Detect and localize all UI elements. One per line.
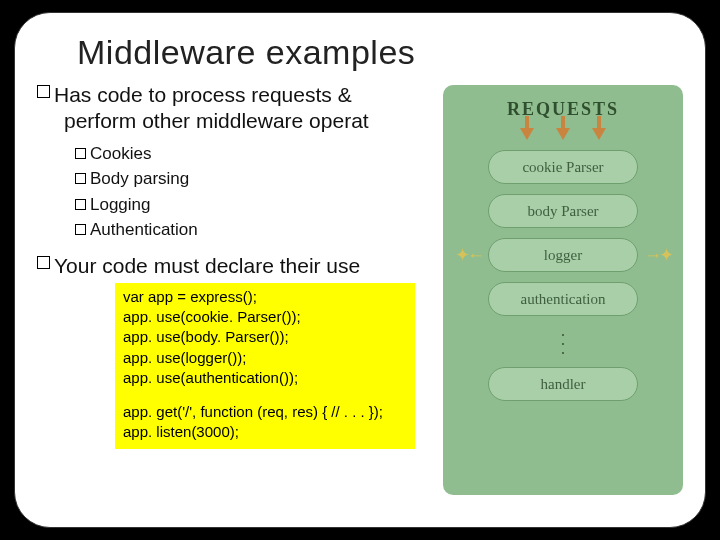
arrow-down-icon: [556, 128, 570, 140]
code-line: app. use(authentication());: [123, 368, 407, 388]
middleware-label: handler: [541, 376, 586, 393]
middleware-box: authentication: [488, 282, 638, 316]
middleware-box: handler: [488, 367, 638, 401]
vertical-dots-icon: ···: [560, 330, 565, 357]
sub-bullet-label: Authentication: [90, 217, 198, 243]
middleware-label: cookie Parser: [522, 159, 603, 176]
middleware-box: body Parser: [488, 194, 638, 228]
code-line: app. get('/', function (req, res) { // .…: [123, 402, 407, 422]
code-block: var app = express(); app. use(cookie. Pa…: [115, 283, 415, 449]
middleware-label: logger: [544, 247, 582, 264]
middleware-box: cookie Parser: [488, 150, 638, 184]
code-blank-line: [123, 388, 407, 402]
arrow-down-icon: [592, 128, 606, 140]
arrow-row: [520, 128, 606, 140]
code-line: app. use(cookie. Parser());: [123, 307, 407, 327]
bullet-2-text: Your code must declare their use: [54, 253, 360, 279]
middleware-label: body Parser: [527, 203, 598, 220]
bullet-1-line-1: Has code to process requests &: [54, 83, 352, 106]
middleware-label: authentication: [521, 291, 606, 308]
sub-bullet-label: Logging: [90, 192, 151, 218]
slide-frame: Middleware examples Has code to process …: [14, 12, 706, 528]
middleware-diagram: REQUESTS cookie Parser body Parser ✦← →✦…: [443, 85, 683, 495]
code-line: var app = express();: [123, 287, 407, 307]
bullet-1-line-2: perform other middleware operat: [64, 109, 369, 132]
checkbox-icon: [37, 256, 50, 269]
checkbox-icon: [75, 148, 86, 159]
code-line: app. listen(3000);: [123, 422, 407, 442]
code-line: app. use(logger());: [123, 348, 407, 368]
middleware-box: ✦← →✦ logger: [488, 238, 638, 272]
checkbox-icon: [75, 224, 86, 235]
sub-bullet-label: Cookies: [90, 141, 151, 167]
sparkle-arrow-right-icon: →✦: [644, 250, 671, 261]
checkbox-icon: [75, 173, 86, 184]
sub-bullet-label: Body parsing: [90, 166, 189, 192]
slide-title: Middleware examples: [77, 33, 683, 72]
code-line: app. use(body. Parser());: [123, 327, 407, 347]
arrow-down-icon: [520, 128, 534, 140]
checkbox-icon: [75, 199, 86, 210]
sparkle-arrow-left-icon: ✦←: [455, 250, 482, 261]
checkbox-icon: [37, 85, 50, 98]
